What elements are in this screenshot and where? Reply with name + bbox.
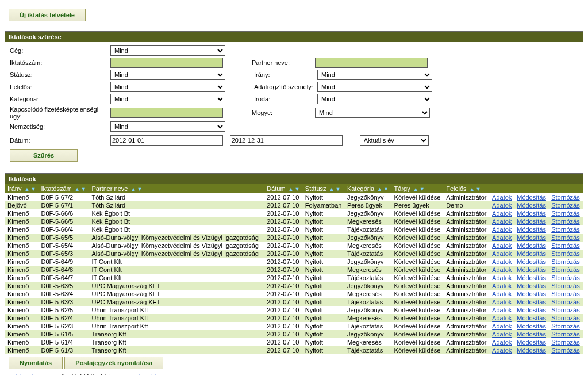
column-header[interactable]: Státusz ▲▼ [303,184,345,193]
adatok-link[interactable]: Adatok [492,347,512,354]
select-statusz[interactable]: Mind [110,70,225,80]
stornozas-link[interactable]: Stornózás [551,234,580,241]
select-adatrogzito[interactable]: Mind [317,82,432,92]
adatok-link[interactable]: Adatok [492,266,512,273]
modositas-link[interactable]: Módosítás [517,202,546,209]
select-megye[interactable]: Mind [315,108,430,118]
modositas-link[interactable]: Módosítás [517,323,546,330]
sort-asc-icon[interactable]: ▲ [289,186,294,192]
modositas-link[interactable]: Módosítás [517,226,546,233]
sort-desc-icon[interactable]: ▼ [81,186,86,192]
modositas-link[interactable]: Módosítás [517,194,546,201]
column-header[interactable]: Irány ▲▼ [5,184,39,193]
modositas-link[interactable]: Módosítás [517,282,546,289]
stornozas-link[interactable]: Stornózás [551,218,580,225]
pager-prev[interactable]: < [29,373,33,375]
modositas-link[interactable]: Módosítás [517,210,546,217]
adatok-link[interactable]: Adatok [492,315,512,322]
stornozas-link[interactable]: Stornózás [551,290,580,297]
column-header[interactable]: Felelős ▲▼ [444,184,490,193]
stornozas-link[interactable]: Stornózás [551,307,580,313]
adatok-link[interactable]: Adatok [492,290,512,297]
pager-last[interactable]: >> [151,373,159,375]
adatok-link[interactable]: Adatok [492,218,512,225]
print-button[interactable]: Nyomtatás [9,357,63,369]
sort-asc-icon[interactable]: ▲ [25,186,30,192]
adatok-link[interactable]: Adatok [492,331,512,338]
modositas-link[interactable]: Módosítás [517,307,546,313]
column-header[interactable]: Dátum ▲▼ [264,184,303,193]
filter-submit-button[interactable]: Szűrés [10,149,78,162]
input-iktatoszam[interactable] [110,58,223,68]
adatok-link[interactable]: Adatok [492,234,512,241]
adatok-link[interactable]: Adatok [492,242,512,249]
sort-asc-icon[interactable]: ▲ [131,186,136,192]
column-header[interactable]: Tárgy ▲▼ [392,184,444,193]
stornozas-link[interactable]: Stornózás [551,202,580,209]
sort-asc-icon[interactable]: ▲ [470,186,475,192]
stornozas-link[interactable]: Stornózás [551,315,580,322]
select-nemzetiseg[interactable]: Mind [110,121,225,132]
modositas-link[interactable]: Módosítás [517,218,546,225]
stornozas-link[interactable]: Stornózás [551,299,580,305]
select-irany[interactable]: Mind [317,70,432,80]
stornozas-link[interactable]: Stornózás [551,258,580,265]
select-date-preset[interactable]: Aktuális év [360,135,429,146]
stornozas-link[interactable]: Stornózás [551,226,580,233]
column-header[interactable]: Iktatószám ▲▼ [39,184,90,193]
modositas-link[interactable]: Módosítás [517,258,546,265]
modositas-link[interactable]: Módosítás [517,234,546,241]
input-partner[interactable] [315,58,428,68]
modositas-link[interactable]: Módosítás [517,331,546,338]
select-iroda[interactable]: Mind [317,94,432,104]
stornozas-link[interactable]: Stornózás [551,339,580,346]
adatok-link[interactable]: Adatok [492,210,512,217]
stornozas-link[interactable]: Stornózás [551,282,580,289]
sort-desc-icon[interactable]: ▼ [137,186,142,192]
modositas-link[interactable]: Módosítás [517,274,546,281]
adatok-link[interactable]: Adatok [492,339,512,346]
adatok-link[interactable]: Adatok [492,194,512,201]
sort-desc-icon[interactable]: ▼ [335,186,340,192]
new-record-button[interactable]: Új iktatás felvétele [9,9,86,21]
adatok-link[interactable]: Adatok [492,282,512,289]
input-date-to[interactable] [230,135,343,146]
stornozas-link[interactable]: Stornózás [551,347,580,354]
select-felelos[interactable]: Mind [110,82,225,92]
modositas-link[interactable]: Módosítás [517,250,546,257]
stornozas-link[interactable]: Stornózás [551,242,580,249]
adatok-link[interactable]: Adatok [492,202,512,209]
adatok-link[interactable]: Adatok [492,299,512,305]
stornozas-link[interactable]: Stornózás [551,323,580,330]
pager-next[interactable]: > [139,373,143,375]
postlist-print-button[interactable]: Postajegyzék nyomtatása [64,357,163,369]
column-header[interactable]: Kategória ▲▼ [345,184,392,193]
input-date-from[interactable] [110,135,223,146]
sort-desc-icon[interactable]: ▼ [476,186,481,192]
modositas-link[interactable]: Módosítás [517,242,546,249]
pager-first[interactable]: << [13,373,21,375]
sort-asc-icon[interactable]: ▲ [377,186,382,192]
stornozas-link[interactable]: Stornózás [551,194,580,201]
modositas-link[interactable]: Módosítás [517,339,546,346]
modositas-link[interactable]: Módosítás [517,347,546,354]
sort-asc-icon[interactable]: ▲ [329,186,335,192]
select-kategoria[interactable]: Mind [110,94,225,104]
modositas-link[interactable]: Módosítás [517,290,546,297]
adatok-link[interactable]: Adatok [492,258,512,265]
modositas-link[interactable]: Módosítás [517,299,546,305]
stornozas-link[interactable]: Stornózás [551,274,580,281]
stornozas-link[interactable]: Stornózás [551,250,580,257]
sort-asc-icon[interactable]: ▲ [413,186,418,192]
input-kapcsolodo[interactable] [110,108,223,118]
adatok-link[interactable]: Adatok [492,307,512,313]
stornozas-link[interactable]: Stornózás [551,210,580,217]
adatok-link[interactable]: Adatok [492,226,512,233]
modositas-link[interactable]: Módosítás [517,315,546,322]
sort-asc-icon[interactable]: ▲ [75,186,80,192]
stornozas-link[interactable]: Stornózás [551,331,580,338]
stornozas-link[interactable]: Stornózás [551,266,580,273]
select-ceg[interactable]: Mind [110,45,225,56]
adatok-link[interactable]: Adatok [492,250,512,257]
sort-desc-icon[interactable]: ▼ [30,186,36,192]
